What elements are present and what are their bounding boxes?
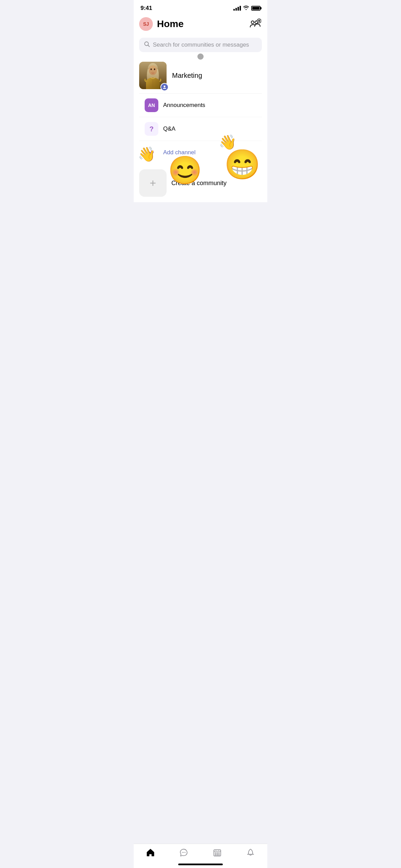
smiley-emoji-center: 😊	[168, 154, 202, 186]
search-container: Search for communities or messages	[134, 35, 267, 56]
svg-point-10	[150, 69, 152, 70]
avatar[interactable]: SJ	[139, 17, 153, 31]
svg-point-11	[154, 69, 155, 70]
wifi-icon	[243, 5, 249, 11]
search-input-placeholder: Search for communities or messages	[153, 41, 249, 48]
svg-point-0	[251, 21, 254, 24]
svg-point-13	[164, 86, 166, 87]
page-title: Home	[157, 19, 184, 29]
search-bar[interactable]: Search for communities or messages	[139, 38, 262, 52]
add-community-icon	[249, 18, 261, 30]
status-icons	[233, 5, 260, 11]
add-community-button[interactable]	[248, 17, 262, 31]
channel-icon-announcements: AN	[145, 98, 158, 112]
community-name: Marketing	[172, 72, 202, 80]
battery-icon	[251, 6, 260, 11]
signal-bars-icon	[233, 6, 241, 11]
scroll-indicator	[197, 53, 204, 60]
background-fill	[134, 202, 267, 339]
header-left: SJ Home	[139, 17, 184, 31]
channel-icon-qa: ?	[145, 122, 158, 136]
emoji-decoration-area: 👋 😊 👋 😁 + Create a community	[134, 165, 267, 202]
svg-line-6	[148, 45, 150, 47]
channel-item-qa[interactable]: ? Q&A	[139, 117, 262, 141]
status-time: 9:41	[141, 5, 152, 12]
wave-emoji-left: 👋	[138, 146, 156, 162]
community-header: Marketing	[139, 62, 262, 89]
community-image-wrapper	[139, 62, 167, 89]
search-icon	[144, 41, 150, 49]
channel-name-qa: Q&A	[163, 125, 175, 132]
community-badge	[160, 83, 169, 91]
channel-item-announcements[interactable]: AN Announcements	[139, 94, 262, 117]
smiley-emoji-right: 😁	[224, 147, 260, 182]
header: SJ Home	[134, 14, 267, 35]
create-community-icon: +	[139, 169, 167, 197]
main-content: Marketing AN Announcements ? Q&A + Add c…	[134, 56, 267, 339]
status-bar: 9:41	[134, 0, 267, 14]
channel-name-announcements: Announcements	[163, 102, 205, 109]
